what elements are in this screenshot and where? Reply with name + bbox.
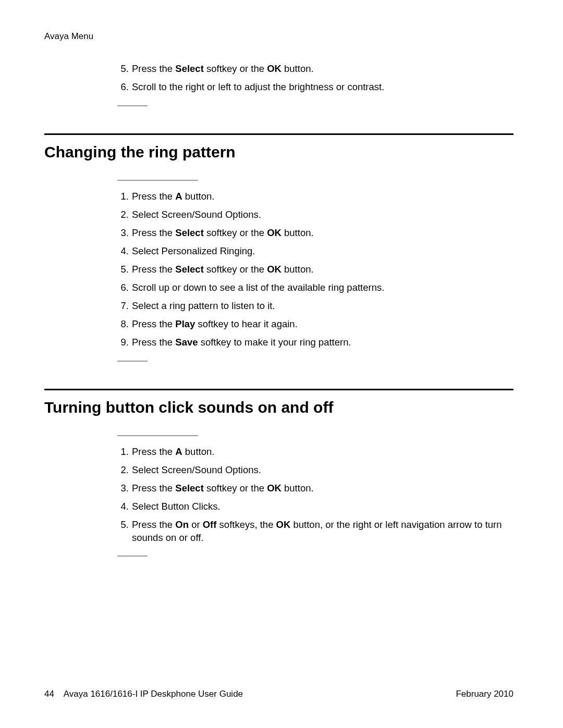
step-text: Save xyxy=(175,337,198,348)
step-text: OK xyxy=(276,519,291,530)
step-item: 2.Select Screen/Sound Options. xyxy=(117,464,503,477)
step-item: 6.Scroll to the right or left to adjust … xyxy=(117,81,503,94)
step-text: softkey to make it your ring pattern. xyxy=(198,337,351,348)
top-steps-block: 5.Press the Select softkey or the OK but… xyxy=(117,63,503,94)
step-item: 4.Select Button Clicks. xyxy=(117,500,503,513)
step-text: button. xyxy=(282,227,314,238)
step-text: OK xyxy=(267,63,282,74)
section2-steps-list: 1.Press the A button.2.Select Screen/Sou… xyxy=(117,446,503,545)
step-text: Select a ring pattern to listen to it. xyxy=(132,300,275,311)
step-text: button. xyxy=(282,264,314,275)
footer-date: February 2010 xyxy=(456,689,513,699)
step-text: OK xyxy=(267,483,282,493)
step-number: 9. xyxy=(117,336,129,349)
section2-steps-block: 1.Press the A button.2.Select Screen/Sou… xyxy=(117,446,503,545)
step-text: softkey or the xyxy=(204,264,267,275)
step-number: 5. xyxy=(117,519,129,532)
step-text: Press the xyxy=(132,63,175,74)
step-text: softkey to hear it again. xyxy=(195,318,297,329)
step-text: Press the xyxy=(132,446,175,457)
section-title-button-clicks: Turning button click sounds on and off xyxy=(44,399,513,416)
step-text: Select Personalized Ringing. xyxy=(132,245,255,256)
section-separator xyxy=(44,133,513,135)
step-text: OK xyxy=(267,264,282,275)
step-number: 6. xyxy=(117,81,129,94)
step-text: Press the xyxy=(132,483,175,493)
step-item: 9.Press the Save softkey to make it your… xyxy=(117,336,503,349)
step-number: 5. xyxy=(117,263,129,276)
step-item: 1.Press the A button. xyxy=(117,190,503,203)
step-text: button. xyxy=(182,191,215,202)
page: Avaya Menu 5.Press the Select softkey or… xyxy=(0,0,563,728)
step-text: Select Screen/Sound Options. xyxy=(132,464,261,475)
step-text: A xyxy=(175,446,182,457)
short-rule xyxy=(117,556,148,557)
step-text: button. xyxy=(282,483,314,493)
step-number: 1. xyxy=(117,190,129,203)
step-item: 8.Press the Play softkey to hear it agai… xyxy=(117,318,503,331)
step-text: Select xyxy=(175,483,204,493)
step-item: 2.Select Screen/Sound Options. xyxy=(117,208,503,221)
step-number: 8. xyxy=(117,318,129,331)
step-text: button. xyxy=(282,63,314,74)
mid-rule xyxy=(117,180,198,181)
section-title-ring-pattern: Changing the ring pattern xyxy=(44,143,513,161)
step-number: 3. xyxy=(117,227,129,240)
step-text: Select xyxy=(175,63,204,74)
step-text: button. xyxy=(182,446,215,457)
step-item: 1.Press the A button. xyxy=(117,446,503,459)
step-number: 4. xyxy=(117,245,129,258)
step-text: softkeys, the xyxy=(216,519,276,530)
step-number: 4. xyxy=(117,500,129,513)
step-text: Press the xyxy=(132,519,175,530)
step-text: softkey or the xyxy=(204,483,267,493)
step-number: 6. xyxy=(117,281,129,294)
step-text: Select xyxy=(175,264,204,275)
step-text: Select Button Clicks. xyxy=(132,501,221,512)
step-number: 2. xyxy=(117,464,129,477)
top-steps-list: 5.Press the Select softkey or the OK but… xyxy=(117,63,503,94)
step-number: 7. xyxy=(117,300,129,313)
mid-rule xyxy=(117,435,198,436)
step-text: Scroll up or down to see a list of the a… xyxy=(132,282,384,293)
step-text: Select Screen/Sound Options. xyxy=(132,209,261,220)
step-text: Select xyxy=(175,227,204,238)
step-text: OK xyxy=(267,227,282,238)
step-text: Press the xyxy=(132,264,175,275)
step-text: Press the xyxy=(132,337,175,348)
footer-left: 44 Avaya 1616/1616-I IP Deskphone User G… xyxy=(44,689,243,699)
step-text: Press the xyxy=(132,191,175,202)
step-item: 7.Select a ring pattern to listen to it. xyxy=(117,300,503,313)
step-text: softkey or the xyxy=(204,63,267,74)
step-item: 3.Press the Select softkey or the OK but… xyxy=(117,482,503,495)
step-item: 5.Press the Select softkey or the OK but… xyxy=(117,63,503,76)
step-number: 3. xyxy=(117,482,129,495)
step-item: 4.Select Personalized Ringing. xyxy=(117,245,503,258)
step-text: Scroll to the right or left to adjust th… xyxy=(132,81,384,92)
section-separator xyxy=(44,389,513,390)
step-text: Press the xyxy=(132,227,175,238)
step-item: 5.Press the On or Off softkeys, the OK b… xyxy=(117,519,503,545)
step-text: On xyxy=(175,519,189,530)
section1-steps-block: 1.Press the A button.2.Select Screen/Sou… xyxy=(117,190,503,349)
step-text: or xyxy=(189,519,203,530)
step-number: 5. xyxy=(117,63,129,76)
step-number: 1. xyxy=(117,446,129,459)
guide-title: Avaya 1616/1616-I IP Deskphone User Guid… xyxy=(64,689,243,699)
short-rule xyxy=(117,361,148,362)
page-number: 44 xyxy=(44,689,54,699)
step-item: 3.Press the Select softkey or the OK but… xyxy=(117,227,503,240)
step-text: softkey or the xyxy=(204,227,267,238)
short-rule xyxy=(117,105,148,106)
step-item: 6.Scroll up or down to see a list of the… xyxy=(117,281,503,294)
step-item: 5.Press the Select softkey or the OK but… xyxy=(117,263,503,276)
step-text: A xyxy=(175,191,182,202)
step-text: Off xyxy=(203,519,217,530)
running-header: Avaya Menu xyxy=(44,31,513,42)
step-text: Press the xyxy=(132,318,175,329)
step-text: Play xyxy=(175,318,195,329)
section1-steps-list: 1.Press the A button.2.Select Screen/Sou… xyxy=(117,190,503,349)
page-footer: 44 Avaya 1616/1616-I IP Deskphone User G… xyxy=(44,689,513,699)
step-number: 2. xyxy=(117,208,129,221)
